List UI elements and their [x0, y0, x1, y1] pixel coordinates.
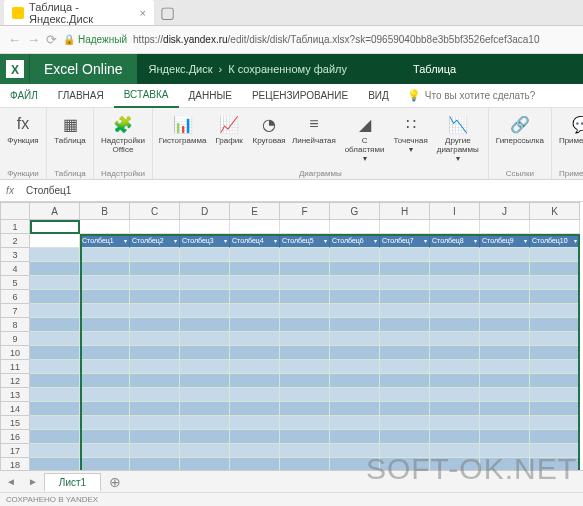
- cell[interactable]: [30, 416, 80, 430]
- cell[interactable]: [280, 388, 330, 402]
- cell[interactable]: [80, 332, 130, 346]
- cell[interactable]: [80, 220, 130, 234]
- cell[interactable]: [230, 318, 280, 332]
- cell[interactable]: [280, 262, 330, 276]
- cell[interactable]: [30, 234, 80, 248]
- table-header-cell[interactable]: Столбец9▾: [480, 234, 530, 248]
- cell[interactable]: [130, 276, 180, 290]
- cell[interactable]: [30, 430, 80, 444]
- cell[interactable]: [530, 276, 580, 290]
- row-header[interactable]: 6: [0, 290, 30, 304]
- cell[interactable]: [430, 430, 480, 444]
- cell[interactable]: [330, 290, 380, 304]
- sheet-nav-next[interactable]: ►: [22, 476, 44, 487]
- cell[interactable]: [430, 332, 480, 346]
- cell[interactable]: [180, 444, 230, 458]
- back-button[interactable]: ←: [8, 32, 21, 47]
- cell[interactable]: [330, 220, 380, 234]
- cell[interactable]: [330, 332, 380, 346]
- forward-button[interactable]: →: [27, 32, 40, 47]
- cell[interactable]: [130, 220, 180, 234]
- cell[interactable]: [130, 332, 180, 346]
- security-indicator[interactable]: 🔒 Надежный: [63, 34, 127, 45]
- cell[interactable]: [430, 416, 480, 430]
- cell[interactable]: [180, 346, 230, 360]
- cell[interactable]: [430, 388, 480, 402]
- cell[interactable]: [530, 332, 580, 346]
- row-header[interactable]: 7: [0, 304, 30, 318]
- ribbon-таблица[interactable]: ▦Таблица: [51, 111, 89, 148]
- cell[interactable]: [230, 388, 280, 402]
- cell[interactable]: [280, 332, 330, 346]
- cell[interactable]: [180, 262, 230, 276]
- cell[interactable]: [30, 360, 80, 374]
- table-header-cell[interactable]: Столбец6▾: [330, 234, 380, 248]
- reload-button[interactable]: ⟳: [46, 32, 57, 47]
- cell[interactable]: [380, 360, 430, 374]
- row-header[interactable]: 13: [0, 388, 30, 402]
- cell[interactable]: [80, 346, 130, 360]
- select-all-corner[interactable]: [0, 202, 30, 220]
- cell[interactable]: [30, 346, 80, 360]
- cell[interactable]: [430, 290, 480, 304]
- col-header-E[interactable]: E: [230, 202, 280, 220]
- table-header-cell[interactable]: Столбец4▾: [230, 234, 280, 248]
- cell[interactable]: [480, 220, 530, 234]
- cell[interactable]: [430, 262, 480, 276]
- cell[interactable]: [130, 262, 180, 276]
- cell[interactable]: [30, 304, 80, 318]
- cell[interactable]: [380, 332, 430, 346]
- ribbon-функция[interactable]: fxФункция: [4, 111, 42, 148]
- cell[interactable]: [30, 290, 80, 304]
- cell[interactable]: [480, 402, 530, 416]
- cell[interactable]: [430, 318, 480, 332]
- cell[interactable]: [380, 444, 430, 458]
- cell[interactable]: [130, 430, 180, 444]
- filter-dropdown-icon[interactable]: ▾: [224, 237, 227, 244]
- cell[interactable]: [280, 290, 330, 304]
- ribbon-tab-вставка[interactable]: ВСТАВКА: [114, 84, 179, 108]
- cell[interactable]: [330, 262, 380, 276]
- cell[interactable]: [230, 444, 280, 458]
- cell[interactable]: [80, 262, 130, 276]
- cell[interactable]: [30, 276, 80, 290]
- cell[interactable]: [230, 304, 280, 318]
- cell[interactable]: [530, 220, 580, 234]
- cell[interactable]: [130, 290, 180, 304]
- cell[interactable]: [480, 430, 530, 444]
- ribbon-tab-данные[interactable]: ДАННЫЕ: [179, 84, 242, 108]
- cell[interactable]: [230, 402, 280, 416]
- cell[interactable]: [280, 276, 330, 290]
- cell[interactable]: [430, 346, 480, 360]
- cell[interactable]: [30, 248, 80, 262]
- cell[interactable]: [130, 304, 180, 318]
- cell[interactable]: [430, 220, 480, 234]
- ribbon-линейчатая[interactable]: ≡Линейчатая: [290, 111, 338, 165]
- ribbon-tab-вид[interactable]: ВИД: [358, 84, 399, 108]
- cell[interactable]: [430, 374, 480, 388]
- cell[interactable]: [480, 304, 530, 318]
- filter-dropdown-icon[interactable]: ▾: [274, 237, 277, 244]
- cell[interactable]: [230, 276, 280, 290]
- cell[interactable]: [280, 248, 330, 262]
- ribbon-другие[interactable]: 📉Другиедиаграммы ▾: [432, 111, 484, 165]
- row-header[interactable]: 12: [0, 374, 30, 388]
- cell[interactable]: [230, 262, 280, 276]
- col-header-A[interactable]: A: [30, 202, 80, 220]
- cell[interactable]: [230, 290, 280, 304]
- ribbon-tab-файл[interactable]: ФАЙЛ: [0, 84, 48, 108]
- row-header[interactable]: 3: [0, 248, 30, 262]
- cell[interactable]: [230, 332, 280, 346]
- cell[interactable]: [330, 374, 380, 388]
- cell[interactable]: [180, 220, 230, 234]
- cell[interactable]: [30, 318, 80, 332]
- cell[interactable]: [80, 360, 130, 374]
- cell[interactable]: [480, 416, 530, 430]
- cell[interactable]: [130, 444, 180, 458]
- cell[interactable]: [280, 360, 330, 374]
- cell[interactable]: [380, 290, 430, 304]
- filter-dropdown-icon[interactable]: ▾: [474, 237, 477, 244]
- cell[interactable]: [30, 444, 80, 458]
- cell[interactable]: [380, 220, 430, 234]
- cell[interactable]: [330, 430, 380, 444]
